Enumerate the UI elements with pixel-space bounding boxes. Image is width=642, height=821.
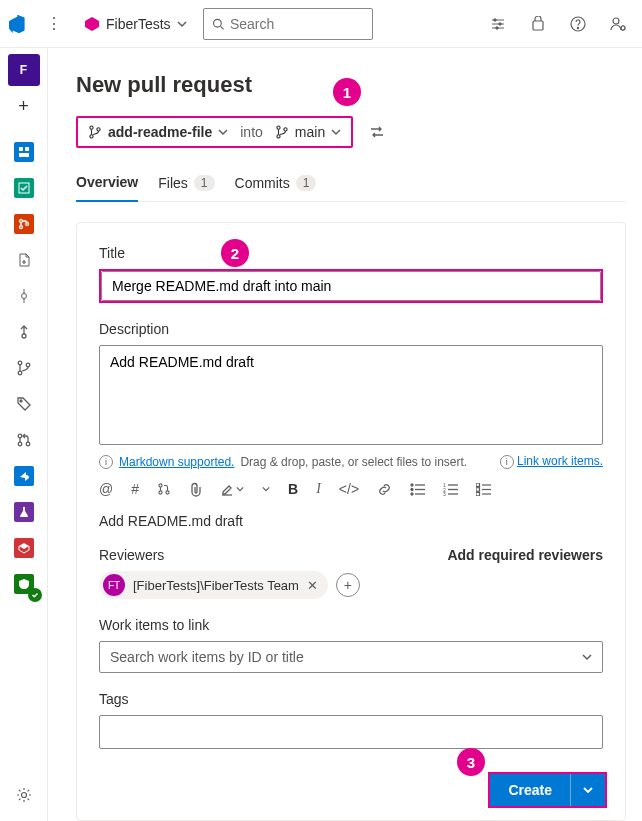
nav-add-icon[interactable]: + bbox=[8, 90, 40, 122]
search-input[interactable] bbox=[230, 16, 364, 32]
svg-rect-54 bbox=[476, 483, 480, 487]
svg-point-7 bbox=[496, 26, 498, 28]
work-items-label: Work items to link bbox=[99, 617, 603, 633]
swap-branches-icon[interactable] bbox=[363, 124, 391, 140]
chevron-down-icon bbox=[218, 127, 228, 137]
target-branch-selector[interactable]: main bbox=[275, 124, 341, 140]
svg-point-18 bbox=[19, 226, 22, 229]
highlight-icon[interactable] bbox=[220, 482, 244, 496]
files-count-badge: 1 bbox=[194, 175, 215, 191]
commits-count-badge: 1 bbox=[296, 175, 317, 191]
create-button-group: Create bbox=[488, 772, 607, 808]
info-icon: i bbox=[99, 455, 113, 469]
description-preview: Add README.md draft bbox=[99, 513, 603, 529]
svg-point-25 bbox=[18, 361, 22, 365]
project-name: FiberTests bbox=[106, 16, 171, 32]
pr-ref-icon[interactable] bbox=[157, 482, 171, 496]
create-dropdown-button[interactable] bbox=[570, 774, 605, 806]
hash-icon[interactable]: # bbox=[131, 481, 139, 497]
callout-2: 2 bbox=[221, 239, 249, 267]
reviewers-label: Reviewers bbox=[99, 547, 164, 563]
svg-text:3: 3 bbox=[443, 491, 446, 496]
title-input[interactable] bbox=[101, 271, 601, 301]
svg-rect-58 bbox=[476, 492, 480, 496]
branch-selector-group: add-readme-file into main bbox=[76, 116, 353, 148]
nav-settings-icon[interactable] bbox=[8, 779, 40, 811]
tab-overview[interactable]: Overview bbox=[76, 166, 138, 202]
svg-rect-56 bbox=[476, 487, 480, 491]
svg-point-32 bbox=[21, 793, 26, 798]
svg-point-44 bbox=[411, 488, 413, 490]
nav-tag-icon[interactable] bbox=[8, 388, 40, 420]
reviewer-chip-label: [FiberTests]\FiberTests Team bbox=[133, 578, 299, 593]
branch-icon bbox=[88, 125, 102, 139]
remove-reviewer-icon[interactable]: ✕ bbox=[307, 578, 318, 593]
work-items-search[interactable]: Search work items by ID or title bbox=[99, 641, 603, 673]
target-branch-name: main bbox=[295, 124, 325, 140]
nav-pipelines-icon[interactable] bbox=[8, 460, 40, 492]
nav-testplans-icon[interactable] bbox=[8, 496, 40, 528]
nav-push-icon[interactable] bbox=[8, 316, 40, 348]
svg-rect-13 bbox=[19, 147, 23, 151]
tab-files[interactable]: Files1 bbox=[158, 167, 214, 201]
svg-point-31 bbox=[26, 442, 30, 446]
source-branch-selector[interactable]: add-readme-file bbox=[88, 124, 228, 140]
italic-icon[interactable]: I bbox=[316, 481, 321, 497]
svg-point-42 bbox=[411, 484, 413, 486]
tags-label: Tags bbox=[99, 691, 603, 707]
nav-project-tile[interactable]: F bbox=[8, 54, 40, 86]
svg-point-26 bbox=[18, 371, 22, 375]
left-nav-rail: F + bbox=[0, 48, 48, 821]
header-icon[interactable] bbox=[262, 485, 270, 493]
chevron-down-icon bbox=[582, 652, 592, 662]
help-icon[interactable] bbox=[562, 8, 594, 40]
svg-point-29 bbox=[18, 434, 22, 438]
svg-point-46 bbox=[411, 493, 413, 495]
nav-overview-icon[interactable] bbox=[8, 136, 40, 168]
description-textarea[interactable] bbox=[99, 345, 603, 445]
nav-branch-icon[interactable] bbox=[8, 352, 40, 384]
nav-pullrequest-icon[interactable] bbox=[8, 424, 40, 456]
add-required-reviewers-button[interactable]: Add required reviewers bbox=[447, 547, 603, 563]
checklist-icon[interactable] bbox=[476, 483, 491, 496]
search-box[interactable] bbox=[203, 8, 373, 40]
title-label: Title bbox=[99, 245, 603, 261]
filter-icon[interactable] bbox=[482, 8, 514, 40]
azure-devops-logo[interactable] bbox=[8, 12, 32, 36]
svg-point-38 bbox=[284, 128, 287, 131]
svg-point-34 bbox=[90, 135, 93, 138]
reviewer-chip[interactable]: FT [FiberTests]\FiberTests Team ✕ bbox=[99, 571, 328, 599]
add-reviewer-button[interactable]: + bbox=[336, 573, 360, 597]
nav-boards-icon[interactable] bbox=[8, 172, 40, 204]
link-work-items-link[interactable]: Link work items. bbox=[517, 454, 603, 468]
more-menu-icon[interactable]: ⋮ bbox=[40, 14, 68, 33]
attach-icon[interactable] bbox=[189, 482, 202, 497]
nav-compliance-icon[interactable] bbox=[8, 568, 40, 600]
work-items-placeholder: Search work items by ID or title bbox=[110, 649, 304, 665]
user-settings-icon[interactable] bbox=[602, 8, 634, 40]
tags-input[interactable] bbox=[99, 715, 603, 749]
project-breadcrumb[interactable]: FiberTests bbox=[76, 12, 195, 36]
tab-commits[interactable]: Commits1 bbox=[235, 167, 317, 201]
chevron-down-icon bbox=[177, 19, 187, 29]
nav-file-icon[interactable] bbox=[8, 244, 40, 276]
marketplace-icon[interactable] bbox=[522, 8, 554, 40]
link-icon[interactable] bbox=[377, 482, 392, 497]
callout-3: 3 bbox=[457, 748, 485, 776]
ul-icon[interactable] bbox=[410, 483, 425, 496]
nav-commit-icon[interactable] bbox=[8, 280, 40, 312]
code-icon[interactable]: </> bbox=[339, 481, 359, 497]
markdown-supported-link[interactable]: Markdown supported. bbox=[119, 455, 234, 469]
source-branch-name: add-readme-file bbox=[108, 124, 212, 140]
nav-repos-icon[interactable] bbox=[8, 208, 40, 240]
svg-point-0 bbox=[213, 19, 221, 27]
markdown-hint: Drag & drop, paste, or select files to i… bbox=[240, 455, 467, 469]
svg-point-17 bbox=[19, 220, 22, 223]
ol-icon[interactable]: 123 bbox=[443, 483, 458, 496]
bold-icon[interactable]: B bbox=[288, 481, 298, 497]
svg-point-20 bbox=[21, 294, 26, 299]
mention-icon[interactable]: @ bbox=[99, 481, 113, 497]
create-button[interactable]: Create bbox=[490, 774, 570, 806]
svg-point-40 bbox=[159, 491, 162, 494]
nav-artifacts-icon[interactable] bbox=[8, 532, 40, 564]
